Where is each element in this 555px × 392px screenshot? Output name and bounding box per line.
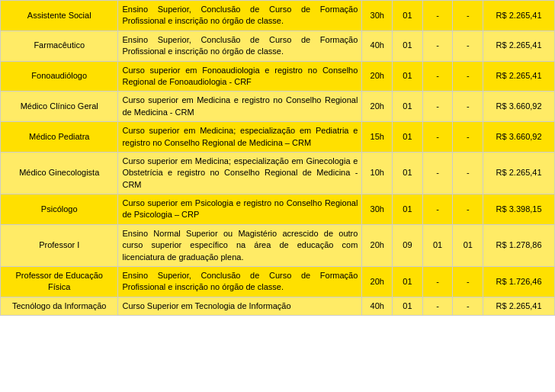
job-hours: 30h [362,194,393,225]
job-requirements: Ensino Superior, Conclusão de Curso de F… [118,1,362,31]
job-title: Médico Ginecologista [1,152,118,194]
table-row: Farmacêutico Ensino Superior, Conclusão … [1,31,555,61]
job-col3: - [453,31,483,61]
job-title: Professor de Educação Física [1,267,118,297]
job-col3: 01 [453,224,483,266]
job-requirements: Curso superior em Fonoaudiologia e regis… [118,61,362,92]
job-col1: 01 [393,1,423,31]
job-salary: R$ 1.278,86 [483,224,555,266]
job-title: Tecnólogo da Informação [1,297,118,315]
job-hours: 20h [362,224,393,266]
table-row: Fonoaudiólogo Curso superior em Fonoaudi… [1,61,555,92]
job-salary: R$ 1.726,46 [483,267,555,297]
job-col2: 01 [422,224,453,266]
job-requirements: Ensino Superior, Conclusão de Curso de F… [118,267,362,297]
job-col1: 09 [393,224,423,266]
job-col1: 01 [393,61,423,92]
job-col2: - [422,122,453,153]
job-col1: 01 [393,267,423,297]
table-row: Psicólogo Curso superior em Psicologia e… [1,194,555,225]
job-title: Professor I [1,224,118,266]
table-row: Médico Clínico Geral Curso superior em M… [1,92,555,122]
job-title: Médico Clínico Geral [1,92,118,122]
job-col3: - [453,152,483,194]
job-title: Assistente Social [1,1,118,31]
job-hours: 20h [362,267,393,297]
job-hours: 10h [362,152,393,194]
job-col2: - [422,92,453,122]
job-title: Farmacêutico [1,31,118,61]
job-col3: - [453,92,483,122]
job-hours: 15h [362,122,393,153]
job-col1: 01 [393,31,423,61]
job-requirements: Curso superior em Psicologia e registro … [118,194,362,225]
job-salary: R$ 2.265,41 [483,1,555,31]
job-salary: R$ 3.660,92 [483,92,555,122]
job-title: Médico Pediatra [1,122,118,153]
job-salary: R$ 3.398,15 [483,194,555,225]
job-col1: 01 [393,194,423,225]
job-col3: - [453,297,483,315]
job-col3: - [453,194,483,225]
job-salary: R$ 2.265,41 [483,31,555,61]
job-col1: 01 [393,152,423,194]
table-row: Médico Pediatra Curso superior em Medici… [1,122,555,153]
job-requirements: Ensino Normal Superior ou Magistério acr… [118,224,362,266]
job-col2: - [422,31,453,61]
job-requirements: Ensino Superior, Conclusão de Curso de F… [118,31,362,61]
job-hours: 20h [362,92,393,122]
job-requirements: Curso superior em Medicina e registro no… [118,92,362,122]
job-col2: - [422,297,453,315]
job-col3: - [453,267,483,297]
table-row: Assistente Social Ensino Superior, Concl… [1,1,555,31]
job-col2: - [422,152,453,194]
job-hours: 20h [362,61,393,92]
job-col1: 01 [393,92,423,122]
jobs-table: Assistente Social Ensino Superior, Concl… [0,0,555,316]
job-col3: - [453,122,483,153]
job-hours: 40h [362,297,393,315]
job-requirements: Curso Superior em Tecnologia de Informaç… [118,297,362,315]
table-row: Professor I Ensino Normal Superior ou Ma… [1,224,555,266]
job-col1: 01 [393,297,423,315]
job-salary: R$ 3.660,92 [483,122,555,153]
job-title: Fonoaudiólogo [1,61,118,92]
job-col1: 01 [393,122,423,153]
job-salary: R$ 2.265,41 [483,297,555,315]
table-row: Tecnólogo da Informação Curso Superior e… [1,297,555,315]
job-col2: - [422,1,453,31]
job-salary: R$ 2.265,41 [483,152,555,194]
job-col2: - [422,61,453,92]
table-row: Médico Ginecologista Curso superior em M… [1,152,555,194]
table-row: Professor de Educação Física Ensino Supe… [1,267,555,297]
job-col3: - [453,61,483,92]
job-col2: - [422,194,453,225]
job-hours: 30h [362,1,393,31]
job-salary: R$ 2.265,41 [483,61,555,92]
job-title: Psicólogo [1,194,118,225]
job-hours: 40h [362,31,393,61]
job-requirements: Curso superior em Medicina; especializaç… [118,122,362,153]
job-col3: - [453,1,483,31]
job-col2: - [422,267,453,297]
job-requirements: Curso superior em Medicina; especializaç… [118,152,362,194]
